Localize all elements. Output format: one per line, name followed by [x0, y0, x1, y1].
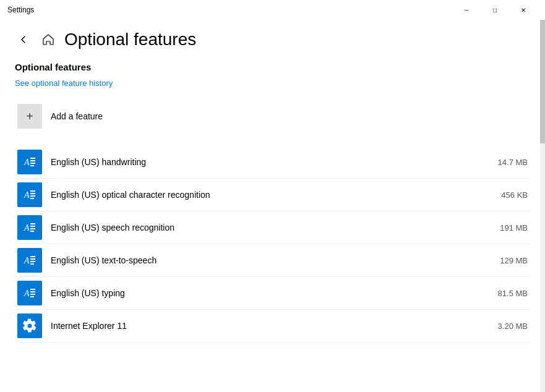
feature-item[interactable]: A English (US) handwriting14.7 MB [15, 146, 530, 179]
text-feature-icon: A [17, 182, 42, 207]
add-feature-button[interactable]: + Add a feature [15, 99, 530, 134]
minimize-button[interactable]: ─ [452, 0, 481, 20]
back-button[interactable] [15, 31, 32, 48]
header-row: Optional features [15, 30, 530, 49]
title-bar: Settings ─ □ ✕ [0, 0, 545, 20]
text-feature-icon: A [17, 281, 42, 305]
content-area: Optional features Optional features See … [0, 20, 545, 392]
text-feature-icon: A [17, 150, 42, 174]
feature-size: 81.5 MB [484, 289, 528, 298]
home-icon [42, 33, 54, 46]
svg-text:A: A [24, 223, 30, 232]
text-feature-icon: A [17, 248, 42, 273]
title-bar-left: Settings [7, 6, 34, 14]
feature-item[interactable]: Internet Explorer 113.20 MB [15, 310, 530, 343]
feature-name: Internet Explorer 11 [51, 321, 476, 331]
text-feature-icon: A [17, 215, 42, 240]
section-title: Optional features [15, 62, 530, 72]
feature-item[interactable]: A English (US) optical character recogni… [15, 179, 530, 211]
maximize-button[interactable]: □ [481, 0, 509, 20]
feature-name: English (US) text-to-speech [51, 255, 476, 265]
feature-item[interactable]: A English (US) typing81.5 MB [15, 277, 530, 310]
back-arrow-icon [20, 36, 27, 43]
title-bar-title: Settings [7, 6, 34, 14]
scrollbar-track[interactable] [540, 20, 545, 392]
main-content: Optional features Optional features See … [0, 20, 545, 392]
plus-icon: + [26, 109, 33, 124]
history-link[interactable]: See optional feature history [15, 79, 113, 88]
feature-name: English (US) speech recognition [51, 223, 476, 232]
feature-size: 456 KB [484, 190, 528, 200]
close-button[interactable]: ✕ [509, 0, 538, 20]
add-icon-box: + [17, 104, 42, 129]
feature-size: 191 MB [484, 223, 528, 232]
svg-text:A: A [24, 256, 30, 265]
feature-size: 14.7 MB [484, 158, 528, 167]
feature-name: English (US) handwriting [51, 157, 476, 167]
page-title: Optional features [64, 30, 196, 49]
scrollbar-thumb[interactable] [540, 20, 545, 143]
svg-text:A: A [24, 190, 30, 200]
feature-size: 129 MB [484, 256, 528, 265]
feature-item[interactable]: A English (US) text-to-speech129 MB [15, 244, 530, 277]
svg-text:A: A [24, 289, 30, 298]
gear-feature-icon [17, 313, 42, 338]
feature-name: English (US) optical character recogniti… [51, 190, 476, 200]
feature-name: English (US) typing [51, 288, 476, 298]
feature-list: A English (US) handwriting14.7 MB A Engl… [15, 146, 530, 343]
add-feature-label: Add a feature [51, 111, 103, 121]
feature-size: 3.20 MB [484, 322, 528, 331]
feature-item[interactable]: A English (US) speech recognition191 MB [15, 211, 530, 244]
svg-text:A: A [24, 158, 30, 167]
title-bar-controls: ─ □ ✕ [452, 0, 538, 20]
